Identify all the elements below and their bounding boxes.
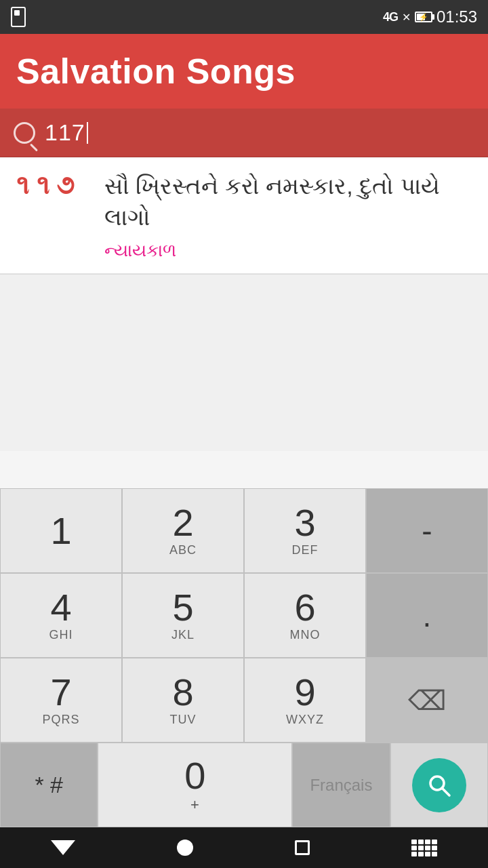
status-bar: 4G ✕ ⚡ 01:53 bbox=[0, 0, 488, 34]
search-input[interactable]: 117 bbox=[45, 119, 88, 146]
key-1[interactable]: 1 bbox=[0, 488, 122, 573]
search-bar[interactable]: 117 bbox=[0, 108, 488, 157]
key-7[interactable]: 7 PQRS bbox=[0, 658, 122, 743]
recent-icon bbox=[295, 840, 310, 855]
key-dash[interactable]: - bbox=[366, 488, 488, 573]
key-6[interactable]: 6 MNO bbox=[244, 573, 366, 658]
empty-area bbox=[0, 275, 488, 451]
song-number: ૧ ૧ ૭ bbox=[16, 171, 91, 201]
nav-bar bbox=[0, 827, 488, 868]
signal-x: ✕ bbox=[402, 11, 411, 24]
search-button[interactable] bbox=[412, 758, 466, 812]
nav-keyboard-button[interactable] bbox=[411, 840, 437, 856]
nav-recent-button[interactable] bbox=[295, 840, 310, 855]
result-list: ૧ ૧ ૭ સૌ ખ્રિસ્તને કરો નમસ્કાર, દુતો પાય… bbox=[0, 157, 488, 275]
keyboard-row-1: 1 2 ABC 3 DEF - bbox=[0, 488, 488, 573]
keyboard-row-4: * # 0 + Français bbox=[0, 743, 488, 827]
key-0[interactable]: 0 + bbox=[98, 743, 292, 827]
song-category: ન્યાયકાળ bbox=[104, 240, 472, 261]
song-title: સૌ ખ્રિસ્તને કરો નમસ્કાર, દુતો પાયે લાગો bbox=[104, 171, 472, 233]
sim-icon bbox=[11, 7, 26, 27]
key-dot[interactable]: . bbox=[366, 573, 488, 658]
battery-icon: ⚡ bbox=[415, 12, 432, 22]
key-5[interactable]: 5 JKL bbox=[122, 573, 244, 658]
search-icon bbox=[14, 122, 35, 144]
search-button-icon bbox=[426, 772, 452, 798]
key-search[interactable] bbox=[390, 743, 488, 827]
keyboard[interactable]: 1 2 ABC 3 DEF - 4 GHI 5 JKL 6 MNO . bbox=[0, 488, 488, 827]
back-icon bbox=[51, 840, 75, 855]
nav-back-button[interactable] bbox=[51, 840, 75, 855]
cursor bbox=[87, 122, 88, 144]
keyboard-row-3: 7 PQRS 8 TUV 9 WXYZ ⌫ bbox=[0, 658, 488, 743]
key-symbols[interactable]: * # bbox=[0, 743, 98, 827]
svg-line-1 bbox=[442, 788, 449, 795]
network-label: 4G bbox=[383, 10, 398, 24]
time-display: 01:53 bbox=[436, 7, 477, 26]
home-icon bbox=[177, 840, 193, 856]
separator bbox=[0, 273, 488, 274]
key-delete[interactable]: ⌫ bbox=[366, 658, 488, 743]
status-left bbox=[11, 7, 26, 27]
key-2[interactable]: 2 ABC bbox=[122, 488, 244, 573]
key-language[interactable]: Français bbox=[292, 743, 390, 827]
keyboard-row-2: 4 GHI 5 JKL 6 MNO . bbox=[0, 573, 488, 658]
key-4[interactable]: 4 GHI bbox=[0, 573, 122, 658]
song-details: સૌ ખ્રિસ્તને કરો નમસ્કાર, દુતો પાયે લાગો… bbox=[104, 171, 472, 261]
app-header: Salvation Songs bbox=[0, 34, 488, 108]
status-icons: 4G ✕ ⚡ 01:53 bbox=[383, 7, 477, 26]
table-row[interactable]: ૧ ૧ ૭ સૌ ખ્રિસ્તને કરો નમસ્કાર, દુતો પાય… bbox=[0, 157, 488, 273]
nav-home-button[interactable] bbox=[177, 840, 193, 856]
keyboard-icon bbox=[411, 840, 437, 856]
key-9[interactable]: 9 WXYZ bbox=[244, 658, 366, 743]
key-3[interactable]: 3 DEF bbox=[244, 488, 366, 573]
app-title: Salvation Songs bbox=[16, 51, 296, 92]
key-8[interactable]: 8 TUV bbox=[122, 658, 244, 743]
